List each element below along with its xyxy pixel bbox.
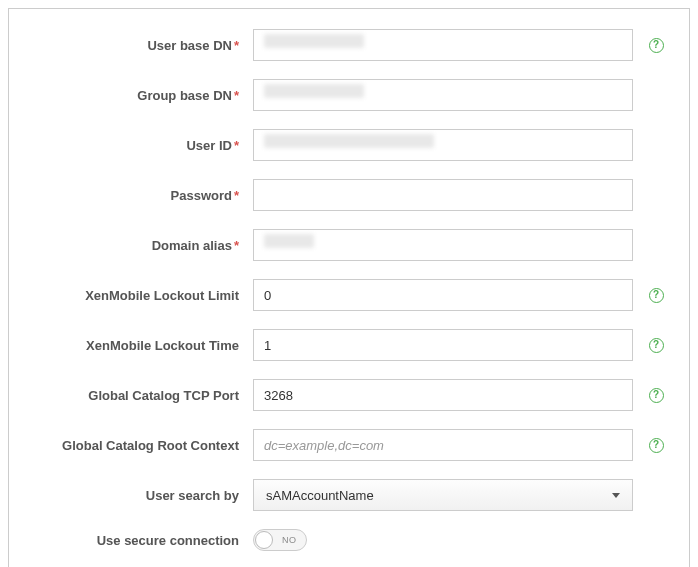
label-lockout-limit: XenMobile Lockout Limit bbox=[21, 288, 253, 303]
chevron-down-icon bbox=[612, 493, 620, 498]
redacted-value bbox=[264, 34, 364, 48]
user-search-by-select[interactable]: sAMAccountName bbox=[253, 479, 633, 511]
help-icon[interactable]: ? bbox=[649, 38, 664, 53]
label-user-base-dn: User base DN* bbox=[21, 38, 253, 53]
domain-alias-input[interactable] bbox=[253, 229, 633, 261]
label-user-search-by: User search by bbox=[21, 488, 253, 503]
group-base-dn-input[interactable] bbox=[253, 79, 633, 111]
label-use-secure: Use secure connection bbox=[21, 533, 253, 548]
row-lockout-time: XenMobile Lockout Time ? bbox=[21, 329, 677, 361]
row-password: Password* bbox=[21, 179, 677, 211]
lockout-limit-input[interactable] bbox=[253, 279, 633, 311]
use-secure-toggle[interactable]: NO bbox=[253, 529, 307, 551]
row-group-base-dn: Group base DN* bbox=[21, 79, 677, 111]
redacted-value bbox=[264, 234, 314, 248]
row-domain-alias: Domain alias* bbox=[21, 229, 677, 261]
help-icon[interactable]: ? bbox=[649, 338, 664, 353]
label-password: Password* bbox=[21, 188, 253, 203]
gc-root-context-input[interactable] bbox=[253, 429, 633, 461]
toggle-knob bbox=[255, 531, 273, 549]
redacted-value bbox=[264, 134, 434, 148]
password-input[interactable] bbox=[253, 179, 633, 211]
label-gc-root-context: Global Catalog Root Context bbox=[21, 438, 253, 453]
label-lockout-time: XenMobile Lockout Time bbox=[21, 338, 253, 353]
lockout-time-input[interactable] bbox=[253, 329, 633, 361]
row-gc-tcp-port: Global Catalog TCP Port ? bbox=[21, 379, 677, 411]
label-domain-alias: Domain alias* bbox=[21, 238, 253, 253]
redacted-value bbox=[264, 84, 364, 98]
row-user-search-by: User search by sAMAccountName bbox=[21, 479, 677, 511]
user-base-dn-input[interactable] bbox=[253, 29, 633, 61]
row-gc-root-context: Global Catalog Root Context ? bbox=[21, 429, 677, 461]
select-value: sAMAccountName bbox=[266, 488, 374, 503]
row-user-id: User ID* bbox=[21, 129, 677, 161]
row-user-base-dn: User base DN* ? bbox=[21, 29, 677, 61]
label-user-id: User ID* bbox=[21, 138, 253, 153]
toggle-label: NO bbox=[282, 535, 297, 545]
help-icon[interactable]: ? bbox=[649, 438, 664, 453]
help-icon[interactable]: ? bbox=[649, 388, 664, 403]
label-group-base-dn: Group base DN* bbox=[21, 88, 253, 103]
gc-tcp-port-input[interactable] bbox=[253, 379, 633, 411]
user-id-input[interactable] bbox=[253, 129, 633, 161]
ldap-settings-form: User base DN* ? Group base DN* User ID* bbox=[8, 8, 690, 567]
help-icon[interactable]: ? bbox=[649, 288, 664, 303]
row-lockout-limit: XenMobile Lockout Limit ? bbox=[21, 279, 677, 311]
label-gc-tcp-port: Global Catalog TCP Port bbox=[21, 388, 253, 403]
row-use-secure: Use secure connection NO bbox=[21, 529, 677, 551]
